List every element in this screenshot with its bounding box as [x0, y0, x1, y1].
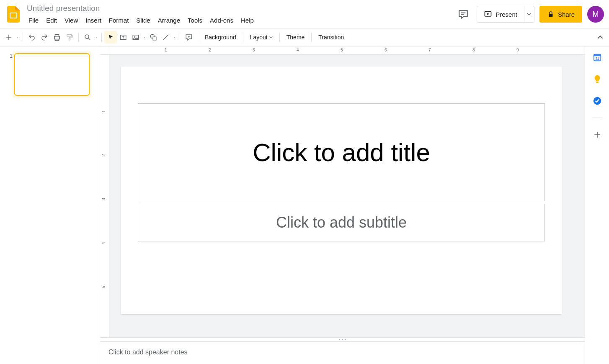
work-row: 1 2 3 4 5 Click to add title Click to ad…	[100, 55, 585, 337]
toolbar: Background Layout Theme Transition	[0, 28, 609, 46]
menu-insert[interactable]: Insert	[82, 15, 105, 26]
ruler-corner	[100, 46, 109, 55]
present-button-group: Present	[477, 6, 534, 23]
menu-slide[interactable]: Slide	[133, 15, 153, 26]
speaker-notes[interactable]: Click to add speaker notes	[100, 341, 585, 364]
separator	[101, 33, 102, 42]
present-button[interactable]: Present	[477, 6, 524, 23]
textbox-button[interactable]	[117, 31, 129, 44]
menu-edit[interactable]: Edit	[43, 15, 60, 26]
collapse-toolbar-button[interactable]	[594, 31, 606, 44]
ruler-mark: 3	[253, 48, 255, 52]
transition-button[interactable]: Transition	[314, 31, 348, 44]
ruler-mark: 3	[101, 198, 106, 200]
image-dropdown[interactable]	[142, 31, 147, 44]
undo-icon	[28, 33, 36, 41]
image-icon	[132, 33, 139, 41]
present-icon	[484, 10, 492, 18]
zoom-icon	[84, 33, 91, 41]
svg-rect-4	[549, 14, 552, 17]
chevron-down-icon	[527, 12, 531, 16]
get-addons-button[interactable]	[592, 130, 602, 140]
notes-splitter[interactable]	[100, 337, 585, 341]
ruler-mark: 5	[341, 48, 343, 52]
redo-icon	[41, 33, 48, 41]
slide-thumbnail[interactable]	[14, 53, 90, 96]
shape-icon	[150, 33, 157, 41]
separator	[180, 33, 180, 42]
layout-label: Layout	[250, 34, 268, 41]
new-slide-dropdown[interactable]	[15, 31, 20, 44]
share-button[interactable]: Share	[539, 6, 582, 23]
background-button[interactable]: Background	[201, 31, 240, 44]
svg-rect-5	[67, 34, 72, 36]
calendar-icon: 31	[593, 53, 602, 62]
line-button[interactable]	[160, 31, 172, 44]
slide-canvas[interactable]: Click to add title Click to add subtitle	[109, 55, 585, 337]
chevron-down-icon	[144, 36, 145, 39]
tasks-icon	[593, 96, 602, 105]
print-icon	[53, 33, 61, 41]
header-right-controls: Present Share M	[455, 6, 604, 23]
ruler-mark: 1	[165, 48, 167, 52]
ruler-mark: 5	[101, 286, 106, 288]
new-slide-button[interactable]	[3, 31, 15, 44]
menu-bar: File Edit View Insert Format Slide Arran…	[25, 15, 455, 26]
redo-button[interactable]	[38, 31, 51, 44]
lock-icon	[547, 10, 555, 18]
shape-button[interactable]	[147, 31, 160, 44]
comment-button[interactable]	[183, 31, 195, 44]
slide-thumb-row[interactable]: 1	[3, 51, 96, 97]
menu-arrange[interactable]: Arrange	[155, 15, 183, 26]
slide[interactable]: Click to add title Click to add subtitle	[121, 67, 562, 314]
svg-point-9	[134, 36, 135, 37]
zoom-button[interactable]	[81, 31, 94, 44]
svg-rect-15	[596, 82, 599, 83]
menu-addons[interactable]: Add-ons	[206, 15, 237, 26]
menu-help[interactable]: Help	[237, 15, 257, 26]
select-tool-button[interactable]	[104, 31, 117, 44]
theme-button[interactable]: Theme	[282, 31, 309, 44]
undo-button[interactable]	[26, 31, 38, 44]
horizontal-ruler[interactable]: 1 2 3 4 5 6 7 8 9	[109, 46, 585, 55]
avatar-initial: M	[593, 10, 599, 19]
svg-text:31: 31	[595, 57, 599, 61]
ruler-mark: 6	[384, 48, 387, 52]
chevron-down-icon	[95, 36, 97, 39]
tasks-addon[interactable]	[592, 96, 602, 106]
chevron-down-icon	[174, 36, 175, 39]
ruler-mark: 2	[209, 48, 211, 52]
menu-view[interactable]: View	[61, 15, 81, 26]
plus-icon	[5, 33, 13, 41]
title-placeholder[interactable]: Click to add title	[138, 103, 545, 201]
account-avatar[interactable]: M	[587, 6, 604, 23]
zoom-dropdown[interactable]	[94, 31, 99, 44]
doc-title-input[interactable]: Untitled presentation	[25, 3, 101, 13]
print-button[interactable]	[51, 31, 63, 44]
vertical-ruler[interactable]: 1 2 3 4 5	[100, 55, 109, 337]
ruler-mark: 4	[297, 48, 299, 52]
keep-addon[interactable]	[592, 74, 602, 84]
share-label: Share	[558, 11, 575, 18]
menu-tools[interactable]: Tools	[184, 15, 206, 26]
separator	[279, 33, 280, 42]
menu-format[interactable]: Format	[106, 15, 132, 26]
menu-file[interactable]: File	[25, 15, 42, 26]
slides-app-icon[interactable]	[5, 6, 22, 23]
drag-handle-icon	[339, 339, 346, 340]
calendar-addon[interactable]: 31	[592, 52, 602, 62]
ruler-mark: 7	[428, 48, 431, 52]
layout-button[interactable]: Layout	[246, 31, 277, 44]
separator	[311, 33, 312, 42]
side-panel: 31	[585, 46, 609, 364]
image-button[interactable]	[129, 31, 142, 44]
doc-area: Untitled presentation File Edit View Ins…	[22, 3, 455, 26]
filmstrip[interactable]: 1	[0, 46, 100, 364]
paint-format-button[interactable]	[63, 31, 76, 44]
present-dropdown[interactable]	[524, 6, 534, 23]
line-dropdown[interactable]	[172, 31, 177, 44]
separator	[78, 33, 79, 42]
subtitle-placeholder[interactable]: Click to add subtitle	[138, 204, 545, 241]
ruler-mark: 2	[101, 154, 106, 156]
comments-button[interactable]	[455, 6, 472, 23]
